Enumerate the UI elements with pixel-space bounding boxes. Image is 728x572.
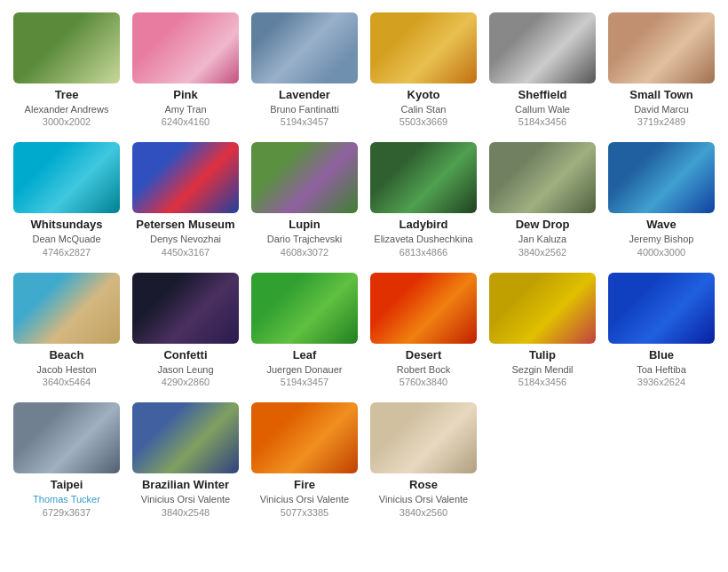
- photo-dims-leaf: 5194x3457: [281, 376, 328, 388]
- photo-title-ladybird: Ladybird: [400, 218, 448, 233]
- photo-author-brazilianwinter: Vinicius Orsi Valente: [141, 493, 230, 505]
- photo-dims-ladybird: 6813x4866: [400, 246, 447, 258]
- photo-item-fire[interactable]: FireVinicius Orsi Valente5077x3385: [247, 399, 362, 521]
- photo-item-pink[interactable]: PinkAmy Tran6240x4160: [128, 9, 243, 131]
- photo-dims-kyoto: 5503x3669: [400, 115, 447, 128]
- photo-title-whitsundays: Whitsundays: [31, 218, 103, 233]
- photo-item-confetti[interactable]: ConfettiJason Leung4290x2860: [128, 269, 243, 392]
- photo-dims-desert: 5760x3840: [400, 376, 447, 388]
- photo-title-kyoto: Kyoto: [408, 88, 440, 103]
- photo-title-beach: Beach: [49, 348, 83, 363]
- photo-author-wave: Jeremy Bishop: [629, 233, 694, 245]
- photo-item-kyoto[interactable]: KyotoCalin Stan5503x3669: [366, 9, 481, 131]
- photo-title-taipei: Taipei: [51, 478, 83, 493]
- photo-author-whitsundays: Dean McQuade: [32, 233, 100, 245]
- photo-thumb-dewdrop: [489, 142, 596, 213]
- photo-thumb-rose: [370, 402, 477, 473]
- photo-author-petersen: Denys Nevozhai: [150, 233, 221, 245]
- photo-author-blue: Toa Heftiba: [637, 363, 686, 376]
- photo-author-rose: Vinicius Orsi Valente: [379, 493, 468, 505]
- photo-thumb-whitsundays: [13, 142, 120, 213]
- photo-author-desert: Robert Bock: [397, 363, 451, 376]
- photo-item-blue[interactable]: BlueToa Heftiba3936x2624: [604, 269, 719, 392]
- photo-dims-confetti: 4290x2860: [162, 376, 210, 388]
- photo-author-tree: Alexander Andrews: [25, 103, 109, 115]
- photo-thumb-petersen: [132, 142, 239, 213]
- photo-dims-tulip: 5184x3456: [518, 376, 566, 388]
- photo-item-lupin[interactable]: LupinDario Trajchevski4608x3072: [247, 139, 362, 261]
- photo-thumb-tree: [13, 12, 120, 83]
- photo-author-taipei: Thomas Tucker: [33, 493, 100, 505]
- photo-title-pink: Pink: [173, 88, 197, 103]
- photo-dims-lupin: 4608x3072: [281, 246, 328, 258]
- photo-title-fire: Fire: [294, 478, 315, 493]
- photo-dims-blue: 3936x2624: [637, 376, 685, 388]
- photo-thumb-pink: [132, 12, 239, 83]
- photo-author-lavender: Bruno Fantinatti: [270, 103, 339, 115]
- photo-item-sheffield[interactable]: SheffieldCallum Wale5184x3456: [485, 9, 600, 131]
- photo-dims-petersen: 4450x3167: [162, 246, 210, 258]
- photo-title-brazilianwinter: Brazilian Winter: [142, 478, 229, 493]
- photo-thumb-desert: [370, 273, 477, 344]
- photo-thumb-confetti: [132, 273, 239, 344]
- photo-author-pink: Amy Tran: [164, 103, 206, 115]
- photo-title-confetti: Confetti: [163, 348, 207, 363]
- photo-dims-wave: 4000x3000: [637, 246, 685, 258]
- photo-dims-taipei: 6729x3637: [43, 506, 91, 519]
- photo-dims-whitsundays: 4746x2827: [43, 246, 91, 258]
- photo-title-petersen: Petersen Museum: [136, 218, 234, 233]
- photo-item-tree[interactable]: TreeAlexander Andrews3000x2002: [9, 9, 124, 131]
- photo-author-sheffield: Callum Wale: [515, 103, 570, 115]
- photo-item-taipei[interactable]: TaipeiThomas Tucker6729x3637: [9, 399, 124, 521]
- photo-title-dewdrop: Dew Drop: [516, 218, 570, 233]
- photo-thumb-wave: [608, 142, 715, 213]
- photo-thumb-lavender: [251, 12, 358, 83]
- photo-author-dewdrop: Jan Kaluza: [518, 233, 566, 245]
- photo-thumb-kyoto: [370, 12, 477, 83]
- photo-thumb-sheffield: [489, 12, 596, 83]
- photo-author-smalltown: David Marcu: [634, 103, 689, 115]
- photo-dims-pink: 6240x4160: [162, 115, 210, 128]
- photo-author-leaf: Juergen Donauer: [266, 363, 342, 376]
- photo-thumb-taipei: [13, 402, 120, 473]
- photo-item-petersen[interactable]: Petersen MuseumDenys Nevozhai4450x3167: [128, 139, 243, 261]
- photo-thumb-ladybird: [370, 142, 477, 213]
- photo-title-blue: Blue: [649, 348, 674, 363]
- photo-item-ladybird[interactable]: LadybirdElizaveta Dushechkina6813x4866: [366, 139, 481, 261]
- photo-item-dewdrop[interactable]: Dew DropJan Kaluza3840x2562: [485, 139, 600, 261]
- photo-title-leaf: Leaf: [293, 348, 317, 363]
- photo-gallery: TreeAlexander Andrews3000x2002PinkAmy Tr…: [9, 9, 719, 522]
- photo-item-desert[interactable]: DesertRobert Bock5760x3840: [366, 269, 481, 392]
- photo-author-kyoto: Calin Stan: [401, 103, 447, 115]
- photo-dims-brazilianwinter: 3840x2548: [162, 506, 210, 519]
- photo-dims-sheffield: 5184x3456: [518, 115, 566, 128]
- photo-thumb-beach: [13, 273, 120, 344]
- photo-author-fire: Vinicius Orsi Valente: [260, 493, 349, 505]
- photo-title-desert: Desert: [406, 348, 441, 363]
- photo-thumb-tulip: [489, 273, 596, 344]
- photo-item-wave[interactable]: WaveJeremy Bishop4000x3000: [604, 139, 719, 261]
- photo-thumb-leaf: [251, 273, 358, 344]
- photo-item-brazilianwinter[interactable]: Brazilian WinterVinicius Orsi Valente384…: [128, 399, 243, 521]
- photo-item-smalltown[interactable]: Small TownDavid Marcu3719x2489: [604, 9, 719, 131]
- photo-author-confetti: Jason Leung: [158, 363, 214, 376]
- photo-title-tulip: Tulip: [529, 348, 556, 363]
- photo-item-rose[interactable]: RoseVinicius Orsi Valente3840x2560: [366, 399, 481, 521]
- photo-dims-dewdrop: 3840x2562: [518, 246, 566, 258]
- photo-title-smalltown: Small Town: [629, 88, 692, 103]
- photo-item-whitsundays[interactable]: WhitsundaysDean McQuade4746x2827: [9, 139, 124, 261]
- photo-item-beach[interactable]: BeachJacob Heston3640x5464: [9, 269, 124, 392]
- photo-item-tulip[interactable]: TulipSezgin Mendil5184x3456: [485, 269, 600, 392]
- photo-author-ladybird: Elizaveta Dushechkina: [374, 233, 472, 245]
- photo-dims-rose: 3840x2560: [400, 506, 447, 519]
- photo-title-wave: Wave: [646, 218, 676, 233]
- photo-title-lupin: Lupin: [289, 218, 320, 233]
- photo-author-tulip: Sezgin Mendil: [511, 363, 573, 376]
- photo-dims-fire: 5077x3385: [281, 506, 328, 519]
- photo-item-leaf[interactable]: LeafJuergen Donauer5194x3457: [247, 269, 362, 392]
- photo-item-lavender[interactable]: LavenderBruno Fantinatti5194x3457: [247, 9, 362, 131]
- photo-thumb-brazilianwinter: [132, 402, 239, 473]
- photo-title-rose: Rose: [409, 478, 438, 493]
- photo-thumb-blue: [608, 273, 715, 344]
- photo-title-tree: Tree: [55, 88, 79, 103]
